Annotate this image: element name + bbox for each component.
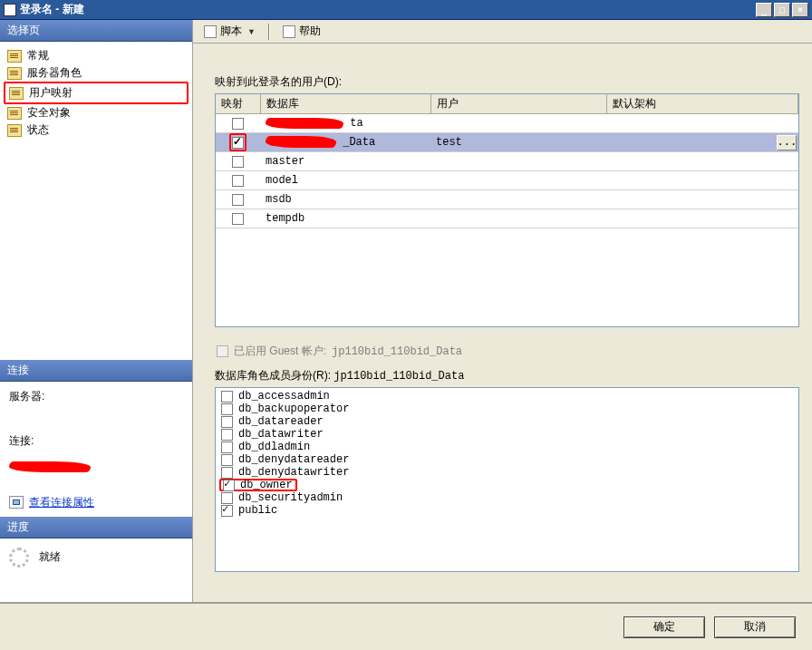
roles-list[interactable]: db_accessadmin db_backupoperator db_data… [215, 387, 799, 572]
role-checkbox[interactable] [221, 441, 233, 453]
map-checkbox[interactable] [232, 213, 244, 225]
nav-label: 安全对象 [27, 105, 71, 121]
role-item[interactable]: db_denydatareader [219, 453, 795, 466]
page-icon [7, 124, 22, 137]
role-item[interactable]: db_accessadmin [219, 390, 795, 403]
nav-label: 用户映射 [29, 85, 72, 101]
toolbar-separator [268, 24, 270, 40]
nav-user-mapping[interactable]: 用户映射 [4, 82, 188, 104]
grid-row[interactable]: master [216, 152, 798, 171]
nav-label: 常规 [27, 48, 49, 63]
script-icon [204, 25, 217, 38]
nav-securables[interactable]: 安全对象 [4, 104, 188, 121]
grid-row[interactable]: tempdb [216, 209, 798, 228]
grid-header-row: 映射 数据库 用户 默认架构 [216, 94, 798, 114]
guest-label: 已启用 Guest 帐户: [234, 344, 326, 359]
grid-row[interactable]: ta [216, 114, 798, 133]
role-checkbox[interactable] [221, 505, 233, 517]
progress-spinner-icon [9, 548, 29, 568]
browse-schema-button[interactable]: ... [777, 135, 797, 150]
help-icon [283, 25, 295, 38]
app-icon [4, 4, 16, 16]
col-schema[interactable]: 默认架构 [606, 94, 798, 114]
title-bar: 登录名 - 新建 _ □ × [0, 0, 812, 20]
role-item-db-owner[interactable]: db_owner [219, 479, 297, 491]
page-icon [7, 67, 22, 80]
role-name: db_denydatareader [238, 453, 349, 466]
redacted-connection [9, 461, 91, 472]
progress-panel: 就绪 [0, 538, 192, 602]
user-cell [430, 171, 606, 190]
col-user[interactable]: 用户 [430, 94, 606, 114]
dialog-footer: 确定 取消 [0, 603, 812, 650]
db-cell: ta [260, 114, 430, 133]
grid-row[interactable]: model [216, 171, 798, 190]
schema-cell [606, 171, 798, 190]
window-title: 登录名 - 新建 [20, 2, 756, 17]
schema-cell [606, 114, 798, 133]
map-checkbox[interactable] [232, 118, 244, 130]
script-label: 脚本 [220, 24, 242, 39]
nav-label: 服务器角色 [27, 65, 82, 81]
script-button[interactable]: 脚本 ▼ [198, 23, 261, 40]
role-name: db_securityadmin [238, 491, 343, 504]
role-checkbox[interactable] [223, 480, 235, 491]
grid-row-selected[interactable]: _Data test ... [216, 133, 798, 152]
role-name: db_datareader [238, 415, 324, 428]
mapping-grid[interactable]: 映射 数据库 用户 默认架构 ta [215, 93, 799, 327]
help-button[interactable]: 帮助 [277, 23, 326, 40]
user-cell[interactable]: test [430, 133, 606, 152]
help-label: 帮助 [299, 24, 321, 39]
role-checkbox[interactable] [221, 391, 233, 403]
role-item[interactable]: db_securityadmin [219, 491, 795, 504]
role-name: db_owner [240, 479, 293, 491]
connection-panel: 服务器: 连接: 查看连接属性 [0, 382, 192, 518]
maximize-button[interactable]: □ [774, 3, 790, 17]
role-item[interactable]: db_backupoperator [219, 403, 795, 415]
minimize-button[interactable]: _ [756, 3, 772, 17]
role-checkbox[interactable] [221, 429, 233, 441]
user-cell [430, 209, 606, 228]
cancel-button[interactable]: 取消 [714, 616, 796, 638]
connection-label: 连接: [9, 433, 183, 449]
schema-cell[interactable]: ... [606, 133, 798, 152]
nav-status[interactable]: 状态 [4, 121, 188, 139]
nav-label: 状态 [27, 122, 49, 138]
role-name: db_backupoperator [238, 403, 349, 415]
nav-server-roles[interactable]: 服务器角色 [4, 64, 188, 82]
map-checkbox[interactable] [232, 156, 244, 168]
role-checkbox[interactable] [221, 454, 233, 466]
toolbar: 脚本 ▼ 帮助 [193, 20, 812, 44]
role-item[interactable]: db_denydatawriter [219, 466, 795, 479]
map-checkbox[interactable] [232, 194, 244, 206]
sidebar: 选择页 常规 服务器角色 用户映射 安全对象 状态 [0, 20, 193, 602]
role-item[interactable]: db_ddladmin [219, 441, 795, 453]
role-checkbox[interactable] [221, 416, 233, 428]
map-checkbox[interactable] [232, 175, 244, 187]
db-cell: _Data [260, 133, 430, 152]
content-area: 脚本 ▼ 帮助 映射到此登录名的用户(D): 映射 数据库 [193, 20, 812, 602]
page-nav: 常规 服务器角色 用户映射 安全对象 状态 [0, 42, 192, 144]
view-connection-properties-link[interactable]: 查看连接属性 [9, 495, 94, 510]
role-name: db_accessadmin [238, 390, 330, 403]
role-name: db_ddladmin [238, 441, 310, 453]
grid-row[interactable]: msdb [216, 190, 798, 209]
map-checkbox[interactable] [232, 137, 244, 149]
window-buttons: _ □ × [756, 3, 808, 17]
schema-cell [606, 190, 798, 209]
server-label: 服务器: [9, 389, 183, 404]
guest-enabled-row: 已启用 Guest 帐户: jp110bid_110bid_Data [217, 344, 799, 359]
role-checkbox[interactable] [221, 403, 233, 415]
close-button[interactable]: × [792, 3, 808, 17]
role-item[interactable]: public [219, 504, 795, 517]
ok-button[interactable]: 确定 [624, 616, 705, 638]
role-item[interactable]: db_datawriter [219, 428, 795, 441]
col-database[interactable]: 数据库 [260, 94, 430, 114]
user-cell [430, 190, 606, 209]
role-name: db_datawriter [238, 428, 324, 441]
page-icon [7, 50, 22, 63]
col-map[interactable]: 映射 [216, 94, 260, 114]
roles-label: 数据库角色成员身份(R): jp110bid_110bid_Data [215, 368, 799, 383]
nav-general[interactable]: 常规 [4, 47, 188, 64]
role-item[interactable]: db_datareader [219, 415, 795, 428]
